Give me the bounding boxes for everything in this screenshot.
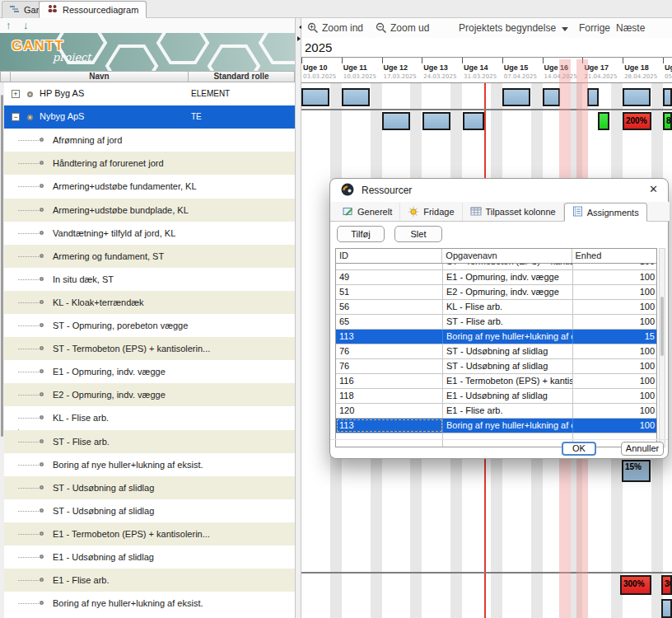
assignment-row[interactable]: 113Boring af nye huller+lukning af eksi.… <box>336 330 657 344</box>
load-bar[interactable]: 15% <box>622 460 651 482</box>
assignment-row[interactable]: ST - Termobeton (EPS) + kantisolerin...1… <box>336 264 656 269</box>
chevron-down-icon[interactable] <box>562 27 568 35</box>
jump-to-project-start-button[interactable]: Projektets begyndelse <box>459 22 556 34</box>
task-row[interactable]: E1 - Flise arb. <box>0 569 295 592</box>
task-row[interactable]: ST - Flise arb. <box>0 430 295 453</box>
load-bar[interactable] <box>463 112 484 130</box>
column-header-standard-rolle[interactable]: Standard rolle <box>188 71 295 82</box>
assignment-row[interactable]: 49E1 - Opmuring, indv. vægge100 <box>336 270 657 285</box>
week-column[interactable]: Uge 1110.03.2025 <box>342 58 382 83</box>
zoom-out-icon[interactable] <box>376 22 387 37</box>
task-row[interactable]: Armering+udstøbe bundplade, KL <box>0 199 295 222</box>
load-bar[interactable] <box>661 599 672 618</box>
assignment-row[interactable]: 120E1 - Flise arb.100 <box>336 404 657 419</box>
expand-toggle-icon[interactable]: + <box>12 90 20 98</box>
tree-scrollbar[interactable] <box>0 82 4 618</box>
week-column[interactable]: Uge 1003.03.2025 <box>301 58 342 83</box>
assignment-row[interactable]: 65ST - Flise arb.100 <box>336 315 657 330</box>
task-row[interactable]: Afrømning af jord <box>0 129 295 152</box>
load-bar[interactable] <box>422 112 450 130</box>
collapse-toggle-icon[interactable]: − <box>12 113 20 121</box>
task-bullet-icon <box>40 555 44 559</box>
week-column[interactable]: Uge 1507.04.2025 <box>502 58 543 83</box>
assignment-row[interactable]: 76ST - Udsøbning af slidlag100 <box>336 344 657 359</box>
task-row[interactable]: E1 - Opmuring, indv. vægge <box>0 360 295 383</box>
week-column[interactable]: Uge 1324.03.2025 <box>422 58 462 83</box>
header-enhed[interactable]: Enhed <box>572 249 656 263</box>
load-bar[interactable]: 200% <box>623 112 651 130</box>
week-column[interactable]: Uge 1614.04.2025 <box>543 58 583 83</box>
tree-branch-line <box>18 534 39 535</box>
tab-generelt[interactable]: Generelt <box>335 203 400 221</box>
next-button[interactable]: Næste <box>616 22 645 34</box>
table-scrollbar-thumb[interactable] <box>660 297 664 356</box>
task-row[interactable]: Armering og fundament, ST <box>0 245 295 268</box>
week-column[interactable]: Uge 1431.03.2025 <box>462 58 502 83</box>
assignment-row[interactable]: 118E1 - Udsøbning af slidlag100 <box>336 389 657 404</box>
task-row[interactable]: ST - Udsøbning af slidlag <box>0 476 295 499</box>
tab-tilpasset-kolonne[interactable]: Tilpasset kolonne <box>463 203 564 221</box>
panel-splitter[interactable] <box>295 18 301 618</box>
task-row[interactable]: E1 - Udsøbning af slidlag <box>0 545 295 569</box>
assignment-row[interactable]: 56KL - Flise arb.100 <box>336 300 657 315</box>
load-bar[interactable] <box>598 112 609 130</box>
assignment-row[interactable]: 116E1 - Termobeton (EPS) + kantisoleri..… <box>336 374 657 389</box>
task-row[interactable]: E1 - Termobeton (EPS) + kantisolerin... <box>0 522 295 545</box>
move-down-icon[interactable]: ↓ <box>23 19 29 31</box>
task-row[interactable]: Boring af nye huller+lukning af eksist. <box>0 592 295 615</box>
task-row[interactable]: Vandtætning+ tilfyld af jord, KL <box>0 222 295 245</box>
load-bar[interactable] <box>301 88 329 106</box>
week-start-date: 14.04.2025 <box>544 73 577 80</box>
tab-ressourcediagram[interactable]: Ressourcediagram <box>39 1 147 18</box>
resource-row[interactable]: +HP Byg ASELEMENT <box>0 82 295 105</box>
delete-button[interactable]: Slet <box>394 226 442 242</box>
move-up-icon[interactable]: ↑ <box>6 19 12 31</box>
add-button[interactable]: Tilføj <box>337 226 385 242</box>
task-row[interactable]: ST - Opmuring, porebeton vægge <box>0 314 295 337</box>
load-bar[interactable]: 300% <box>661 575 672 595</box>
task-row[interactable]: ST - Udsøbning af slidlag <box>0 499 295 522</box>
load-bar[interactable] <box>587 88 599 106</box>
load-bar[interactable] <box>342 88 370 106</box>
week-column[interactable]: Uge 1217.03.2025 <box>382 58 422 83</box>
column-header-navn[interactable]: Navn <box>10 71 189 82</box>
zoom-in-icon[interactable] <box>307 22 319 37</box>
load-bar[interactable] <box>663 88 672 106</box>
load-bar[interactable] <box>543 88 560 106</box>
week-column[interactable]: Uge 1721.04.2025 <box>582 58 623 83</box>
task-row[interactable]: KL - Kloak+terrændæk <box>0 291 295 314</box>
load-bar[interactable]: 300% <box>620 575 651 595</box>
tree-branch-line <box>18 210 39 211</box>
task-name: ST - Udsøbning af slidlag <box>53 483 154 493</box>
assignment-row[interactable]: 51E2 - Opmuring, indv. vægge100 <box>336 285 657 300</box>
week-column[interactable]: Uge 1905.05.2025 <box>663 58 672 83</box>
assignment-row[interactable]: 76ST - Udsøbning af slidlag100 <box>336 359 657 374</box>
tab-fridage[interactable]: Fridage <box>400 203 462 221</box>
load-bar[interactable] <box>382 112 410 130</box>
task-row[interactable]: Armering+udstøbe fundamenter, KL <box>0 175 295 198</box>
resource-row[interactable]: −Nybyg ApSTE <box>0 105 295 129</box>
task-row[interactable]: Håndtering af forurenet jord <box>0 152 295 175</box>
task-row[interactable]: KL - Flise arb. <box>0 406 295 429</box>
tree-scrollbar-thumb[interactable] <box>1 95 3 437</box>
assignment-row[interactable]: 113Boring af nye huller+lukning af eksi.… <box>336 419 657 433</box>
tab-assignments[interactable]: Assignments <box>564 203 647 222</box>
previous-button[interactable]: Forrige <box>579 22 610 34</box>
zoom-in-button[interactable]: Zoom ind <box>322 22 363 34</box>
task-row[interactable]: ST - Termobeton (EPS) + kantisolerin... <box>0 337 295 360</box>
timeline-week-header: Uge 1003.03.2025Uge 1110.03.2025Uge 1217… <box>301 58 672 83</box>
task-row[interactable]: Boring af nye huller+lukning af eksist. <box>0 453 295 476</box>
zoom-out-button[interactable]: Zoom ud <box>390 22 429 34</box>
header-id[interactable]: ID <box>336 249 442 263</box>
week-column[interactable]: Uge 1828.04.2025 <box>623 58 663 83</box>
task-row[interactable]: E2 - Opmuring, indv. vægge <box>0 383 295 406</box>
header-opgavenavn[interactable]: Opgavenavn <box>442 249 572 263</box>
task-row[interactable]: In situ dæk, ST <box>0 268 295 291</box>
load-bar[interactable] <box>502 88 530 106</box>
load-bar[interactable] <box>623 88 651 106</box>
load-bar[interactable]: 85% <box>663 112 672 130</box>
table-scrollbar[interactable] <box>659 248 665 447</box>
cancel-button[interactable]: Annuller <box>621 442 664 456</box>
close-icon[interactable]: ✕ <box>649 183 658 195</box>
ok-button[interactable]: OK <box>562 442 596 456</box>
